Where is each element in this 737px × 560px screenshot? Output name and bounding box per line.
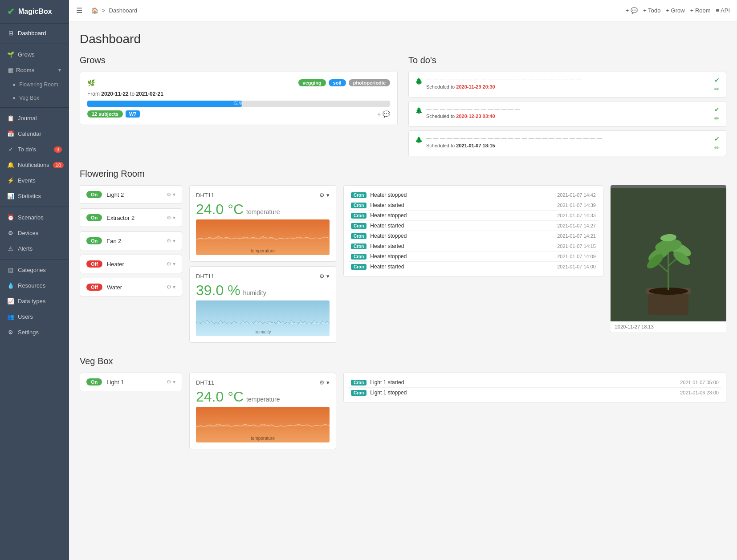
top-nav: ☰ 🏠 > Dashboard + 💬 + Todo + Grow + Room… [69,0,737,21]
flowering-room-layout: On Light 2 ⚙ ▾ On Extractor 2 ⚙ ▾ On Fan… [80,185,726,347]
grows-card: 🌿 — — — — — — — vegging soil photoperiod… [80,72,398,125]
sidebar-item-grows[interactable]: 🌱 Grows [0,47,69,62]
fan2-status: On [86,237,102,244]
veg-sensor-temp-chart-label: temperature [251,436,275,441]
veg-box-layout: On Light 1 ⚙ ▾ DHT11 ⚙ ▾ 24.0 °Ctemperat… [80,373,726,454]
todo-check-icon-2[interactable]: ✔ [714,106,720,113]
veg-cron-badge-2: Cron [351,390,366,396]
event-text-2: Heater started [370,202,554,208]
todo-item-2: 🌲 — — — — — — — — — — — — — — Scheduled … [408,101,726,127]
app-name: MagicBox [18,8,52,16]
veg-event-time-1: 2021-01-07 05:00 [680,380,719,385]
veg-box-devices: On Light 1 ⚙ ▾ [80,373,182,454]
veg-box-section: Veg Box On Light 1 ⚙ ▾ DHT11 ⚙ ▾ [80,356,726,454]
light1-settings-icon[interactable]: ⚙ ▾ [167,379,175,385]
cron-badge-7: Cron [351,254,366,260]
todo-actions-3: ✔ ✏ [714,135,720,151]
sidebar-nav: ⊞ Dashboard 🌱 Grows ▦ Rooms ▼ ● Flowerin… [0,25,69,340]
todos-list: 🌲 — — — — — — — — — — — — — — — — — — — … [408,72,726,156]
todo-check-icon-3[interactable]: ✔ [714,135,720,142]
event-row-1: Cron Heater stopped 2021-01-07 14:42 [348,190,599,200]
todo-item-3: 🌲 — — — — — — — — — — — — — — — — — — — … [408,130,726,156]
veg-event-text-1: Light 1 started [370,379,676,386]
sidebar-item-scenarios[interactable]: ⏰ Scenarios [0,210,69,225]
todo-check-icon-1[interactable]: ✔ [714,77,720,84]
veg-box-dot-icon: ● [12,95,16,101]
hamburger-icon[interactable]: ☰ [76,6,82,15]
extractor2-settings-icon[interactable]: ⚙ ▾ [167,215,175,221]
grows-progress-fill [87,101,242,107]
sidebar-item-calendar[interactable]: 📅 Calendar [0,126,69,142]
flowering-room-section: Flowering Room On Light 2 ⚙ ▾ On Extract… [80,169,726,347]
grows-add-action[interactable]: + 💬 [377,110,390,118]
todo-text-2: — — — — — — — — — — — — — — [426,106,711,112]
sensor-humid-type: DHT11 [196,273,214,280]
sidebar-label-todos: To do's [18,146,36,153]
sidebar-item-rooms[interactable]: ▦ Rooms ▼ [0,62,69,78]
breadcrumb-sep: > [102,7,106,14]
todo-edit-icon-3[interactable]: ✏ [714,144,720,151]
sidebar-item-events[interactable]: ⚡ Events [0,173,69,188]
sensor-humid-value: 39.0 %humidity [196,282,330,299]
grows-footer: 12 subjects W7 + 💬 [87,110,390,118]
cron-badge-1: Cron [351,192,366,198]
grows-week-badge: W7 [126,110,140,118]
event-text-4: Heater started [370,223,554,229]
todo-edit-icon-1[interactable]: ✏ [714,85,720,93]
breadcrumb-page: Dashboard [109,7,138,14]
heater-settings-icon[interactable]: ⚙ ▾ [167,261,175,267]
light2-settings-icon[interactable]: ⚙ ▾ [167,191,175,198]
sidebar-item-journal[interactable]: 📋 Journal [0,110,69,126]
todos-section: To do's 🌲 — — — — — — — — — — — — — — — … [408,55,726,160]
device-light2: On Light 2 ⚙ ▾ [80,185,182,204]
sidebar-item-notifications[interactable]: 🔔 Notifications 10 [0,157,69,173]
sidebar-item-users[interactable]: 👥 Users [0,309,69,325]
sidebar-item-settings[interactable]: ⚙ Settings [0,325,69,340]
grows-dates: From 2020-11-22 to 2021-02-21 [87,91,390,97]
sidebar-label-scenarios: Scenarios [18,214,44,221]
sidebar-label-grows: Grows [18,51,35,58]
sidebar-item-flowering-room[interactable]: ● Flowering Room [0,78,69,91]
sidebar-label-journal: Journal [18,115,37,122]
sensor-humid-header: DHT11 ⚙ ▾ [196,273,330,280]
topnav-add-room[interactable]: + Room [690,7,711,14]
topnav-add-comment[interactable]: + 💬 [626,7,638,14]
sidebar-item-resources[interactable]: 💧 Resources [0,278,69,293]
grows-name: — — — — — — — [98,80,145,86]
topnav-add-grow[interactable]: + Grow [666,7,684,14]
sidebar-item-dashboard[interactable]: ⊞ Dashboard [0,25,69,41]
device-extractor2: On Extractor 2 ⚙ ▾ [80,208,182,227]
veg-box-events: Cron Light 1 started 2021-01-07 05:00 Cr… [343,373,726,454]
veg-event-row-1: Cron Light 1 started 2021-01-07 05:00 [348,377,721,388]
todo-actions-1: ✔ ✏ [714,77,720,93]
sensor-temp-value: 24.0 °Ctemperature [196,201,330,218]
device-light1: On Light 1 ⚙ ▾ [80,373,182,391]
grows-progress-bar: 51% [87,101,390,107]
sidebar-item-devices[interactable]: ⚙ Devices [0,225,69,241]
veg-sensor-temp-settings-icon[interactable]: ⚙ ▾ [319,379,330,386]
sidebar-item-categories[interactable]: ▤ Categories [0,262,69,278]
topnav-add-todo[interactable]: + Todo [643,7,660,14]
cron-badge-6: Cron [351,243,366,249]
todo-body-3: — — — — — — — — — — — — — — — — — — — — … [426,135,711,148]
todo-edit-icon-2[interactable]: ✏ [714,115,720,122]
sensor-humid: DHT11 ⚙ ▾ 39.0 %humidity [189,266,336,343]
flowering-room-devices: On Light 2 ⚙ ▾ On Extractor 2 ⚙ ▾ On Fan… [80,185,182,347]
cron-badge-4: Cron [351,223,366,229]
breadcrumb-home-icon[interactable]: 🏠 [91,7,98,14]
topnav-api[interactable]: ≡ API [716,7,730,14]
water-settings-icon[interactable]: ⚙ ▾ [167,284,175,290]
sidebar-item-alerts[interactable]: ⚠ Alerts [0,241,69,256]
event-text-7: Heater stopped [370,253,554,260]
event-time-3: 2021-01-07 14:33 [557,213,596,218]
sensor-humid-settings-icon[interactable]: ⚙ ▾ [319,273,330,280]
sidebar-item-veg-box[interactable]: ● Veg Box [0,91,69,105]
sidebar-item-todos[interactable]: ✓ To do's 3 [0,142,69,157]
event-time-1: 2021-01-07 14:42 [557,192,596,198]
sensor-temp-settings-icon[interactable]: ⚙ ▾ [319,192,330,199]
extractor2-name: Extractor 2 [106,215,162,221]
sidebar-item-statistics[interactable]: 📊 Statistics [0,188,69,204]
room-photo-card: 2020-11-27 18:13 [611,185,726,332]
fan2-settings-icon[interactable]: ⚙ ▾ [167,238,175,244]
sidebar-item-data-types[interactable]: 📈 Data types [0,293,69,309]
